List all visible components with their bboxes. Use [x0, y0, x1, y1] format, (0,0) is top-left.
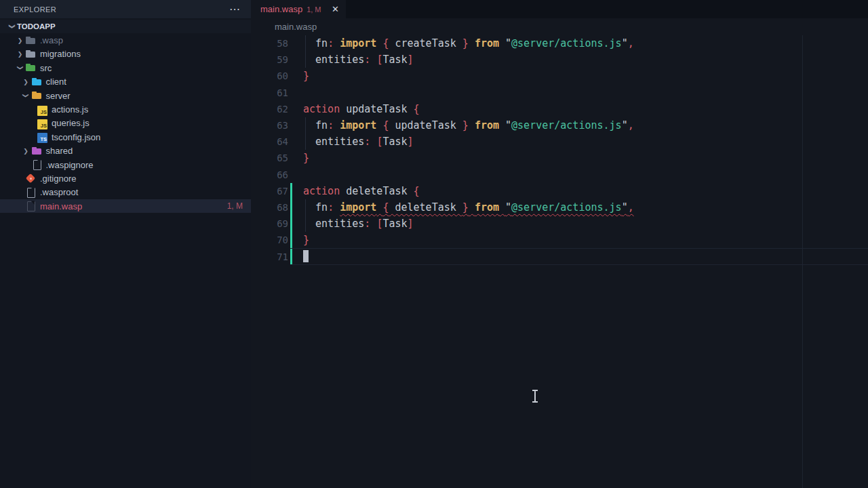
text-cursor	[303, 250, 309, 262]
tab-bar: main.wasp 1, M ✕	[251, 0, 868, 18]
folder-icon	[25, 49, 36, 60]
line-number: 61	[251, 87, 288, 98]
line-text: fn: import { deleteTask } from "@server/…	[303, 199, 634, 216]
git-added-gutter-icon	[290, 232, 292, 248]
tree-item-main-wasp[interactable]: main.wasp1, M	[0, 199, 251, 213]
line-text: }	[303, 232, 309, 248]
tab-main-wasp[interactable]: main.wasp 1, M ✕	[251, 0, 346, 18]
breadcrumb-filename: main.wasp	[275, 22, 317, 32]
line-number: 59	[251, 54, 288, 65]
tree-item-actions-js[interactable]: actions.js	[0, 102, 251, 116]
line-text: }	[303, 150, 309, 166]
line-number: 63	[251, 120, 288, 131]
tree-item-label: server	[46, 91, 71, 101]
tree-root-todoapp[interactable]: ❯ TODOAPP	[0, 20, 251, 33]
error-squiggle: import { deleteTask } from "@server/acti…	[340, 201, 634, 214]
gutter-spacer	[290, 52, 292, 68]
code-line-70[interactable]: 70}	[251, 232, 868, 248]
code-line-62[interactable]: 62action updateTask {	[251, 101, 868, 117]
line-number: 68	[251, 202, 288, 213]
tree-item-migrations[interactable]: ❯migrations	[0, 47, 251, 61]
code-line-66[interactable]: 66	[251, 167, 868, 183]
line-text: entities: [Task]	[303, 52, 414, 68]
line-number: 62	[251, 104, 288, 115]
chevron-expanded-icon: ❯	[21, 92, 31, 99]
gutter-spacer	[290, 167, 292, 183]
code-line-60[interactable]: 60}	[251, 68, 868, 84]
gutter-spacer	[290, 134, 292, 150]
chevron-collapsed-icon: ❯	[15, 37, 25, 44]
folder-icon	[31, 146, 42, 157]
code-line-68[interactable]: 68 fn: import { deleteTask } from "@serv…	[251, 199, 868, 216]
tree-item-label: .waspignore	[46, 160, 94, 170]
git-added-gutter-icon	[290, 199, 292, 216]
explorer-title: EXPLORER	[14, 5, 56, 14]
tree-item-server[interactable]: ❯server	[0, 89, 251, 102]
tab-problems-badge: 1, M	[307, 5, 321, 14]
tree-item-queries-js[interactable]: queries.js	[0, 117, 251, 130]
line-number: 67	[251, 186, 288, 197]
explorer-sidebar: EXPLORER ⋯ ❯ TODOAPP ❯.wasp❯migrations❯s…	[0, 0, 251, 488]
tree-item-label: .wasp	[40, 35, 63, 45]
tree-item-label: migrations	[40, 49, 81, 59]
folder-icon	[25, 62, 36, 73]
tree-item-wasp[interactable]: ❯.wasp	[0, 33, 251, 47]
close-icon[interactable]: ✕	[332, 4, 339, 14]
git-status-badge: 1, M	[227, 201, 251, 211]
code-area[interactable]: 58 fn: import { createTask } from "@serv…	[251, 35, 868, 265]
folder-icon	[25, 35, 36, 46]
code-line-59[interactable]: 59 entities: [Task]	[251, 52, 868, 68]
tree-item-client[interactable]: ❯client	[0, 75, 251, 89]
line-number: 69	[251, 218, 288, 229]
gutter-spacer	[290, 150, 292, 166]
file-icon	[25, 187, 36, 198]
line-number: 71	[251, 251, 288, 262]
chevron-collapsed-icon: ❯	[15, 51, 25, 58]
tree-item-src[interactable]: ❯src	[0, 61, 251, 75]
gutter-spacer	[290, 85, 292, 101]
tree-item-label: .gitignore	[40, 174, 76, 184]
code-line-71[interactable]: 71	[251, 248, 868, 264]
js-icon	[37, 104, 47, 115]
tree-item-label: shared	[46, 146, 73, 156]
line-number: 70	[251, 235, 288, 245]
code-line-64[interactable]: 64 entities: [Task]	[251, 134, 868, 150]
git-added-gutter-icon	[290, 216, 292, 232]
code-line-63[interactable]: 63 fn: import { updateTask } from "@serv…	[251, 117, 868, 134]
line-number: 60	[251, 70, 288, 81]
line-text: fn: import { updateTask } from "@server/…	[303, 117, 634, 134]
chevron-expanded-icon: ❯	[7, 23, 17, 30]
tree-item-label: actions.js	[52, 104, 88, 115]
line-text: entities: [Task]	[303, 134, 414, 150]
line-text: action deleteTask {	[303, 183, 420, 199]
line-text: fn: import { createTask } from "@server/…	[303, 35, 634, 52]
tree-item-label: client	[46, 77, 66, 87]
code-line-67[interactable]: 67action deleteTask {	[251, 183, 868, 199]
js-icon	[37, 118, 47, 129]
code-line-58[interactable]: 58 fn: import { createTask } from "@serv…	[251, 35, 868, 52]
chevron-collapsed-icon: ❯	[21, 79, 31, 85]
code-line-65[interactable]: 65}	[251, 150, 868, 166]
gutter-spacer	[290, 35, 292, 52]
breadcrumb[interactable]: main.wasp	[251, 18, 868, 35]
more-actions-icon[interactable]: ⋯	[229, 6, 240, 13]
gutter-spacer	[290, 68, 292, 84]
tree-item-tsconfig-json[interactable]: tsconfig.json	[0, 130, 251, 144]
tree-item-waspignore[interactable]: .waspignore	[0, 158, 251, 171]
line-text: entities: [Task]	[303, 216, 414, 232]
tree-item-shared[interactable]: ❯shared	[0, 144, 251, 158]
tree-item-gitignore[interactable]: .gitignore	[0, 171, 251, 185]
code-line-61[interactable]: 61	[251, 85, 868, 101]
line-text: action updateTask {	[303, 101, 420, 117]
code-line-69[interactable]: 69 entities: [Task]	[251, 216, 868, 232]
tree-item-label: src	[40, 63, 52, 73]
folder-icon	[31, 90, 42, 101]
workspace-root-label: TODOAPP	[17, 22, 56, 30]
git-icon	[25, 173, 36, 184]
line-number: 58	[251, 38, 288, 49]
chevron-expanded-icon: ❯	[15, 64, 25, 71]
tree-item-wasproot[interactable]: .wasproot	[0, 186, 251, 199]
line-text	[303, 248, 309, 264]
tree-item-label: .wasproot	[40, 187, 78, 197]
editor-group: main.wasp 1, M ✕ main.wasp 58 fn: import…	[251, 0, 868, 488]
